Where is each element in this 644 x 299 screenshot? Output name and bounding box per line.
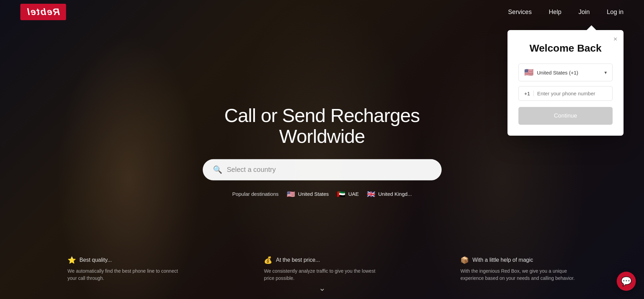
nav-help[interactable]: Help: [549, 9, 561, 16]
search-icon: 🔍: [213, 165, 222, 174]
hero-title: Call or Send Recharges Worldwide: [203, 105, 442, 147]
feature-quality: ⭐ Best quality... We automatically find …: [68, 256, 184, 282]
modal-close-button[interactable]: ×: [613, 36, 617, 42]
phone-input[interactable]: [537, 91, 607, 96]
popular-label: Popular destinations: [232, 191, 278, 197]
magic-icon: 📦: [460, 256, 469, 264]
logo-box: Rebtel: [20, 4, 66, 20]
uae-label: UAE: [348, 191, 359, 197]
popular-destinations-row: Popular destinations 🇺🇸 United States 🇦🇪…: [203, 190, 442, 198]
phone-input-wrap: +1: [518, 86, 613, 101]
us-label: United States: [298, 191, 329, 197]
search-placeholder: Select a country: [227, 166, 431, 174]
logo[interactable]: Rebtel: [20, 4, 66, 20]
modal-arrow: [587, 25, 596, 30]
feature-price: 💰 At the best price... We consistently a…: [264, 256, 380, 282]
feature-quality-desc: We automatically find the best phone lin…: [68, 268, 184, 282]
chat-bubble[interactable]: 💬: [617, 272, 636, 291]
features-section: ⭐ Best quality... We automatically find …: [0, 256, 644, 282]
star-icon: ⭐: [68, 256, 76, 264]
feature-price-title: At the best price...: [276, 257, 320, 263]
feature-magic-title: With a little help of magic: [472, 257, 533, 263]
popular-uk[interactable]: 🇬🇧 United Kingd...: [367, 190, 412, 198]
country-search-bar[interactable]: 🔍 Select a country: [203, 159, 442, 180]
chat-icon: 💬: [621, 276, 632, 287]
logo-text: Rebtel: [27, 6, 60, 17]
hero-content: Call or Send Recharges Worldwide 🔍 Selec…: [203, 105, 442, 198]
continue-button[interactable]: Continue: [518, 107, 613, 125]
nav-services[interactable]: Services: [508, 9, 532, 16]
feature-magic: 📦 With a little help of magic With the i…: [460, 256, 576, 282]
phone-code: +1: [524, 91, 534, 96]
nav-links: Services Help Join Log in: [508, 9, 624, 16]
nav-login[interactable]: Log in: [607, 9, 624, 16]
scroll-arrow[interactable]: ⌄: [319, 283, 326, 293]
price-icon: 💰: [264, 256, 272, 264]
uk-flag: 🇬🇧: [367, 190, 375, 198]
uk-label: United Kingd...: [378, 191, 412, 197]
chevron-down-icon: ▾: [604, 70, 607, 75]
country-name: United States (+1): [537, 70, 601, 76]
feature-quality-title: Best quality...: [80, 257, 112, 263]
feature-price-desc: We consistently analyze traffic to give …: [264, 268, 380, 282]
popular-us[interactable]: 🇺🇸 United States: [287, 190, 329, 198]
navbar: Rebtel Services Help Join Log in: [0, 0, 644, 24]
country-select-dropdown[interactable]: 🇺🇸 United States (+1) ▾: [518, 64, 613, 81]
uae-flag: 🇦🇪: [337, 190, 345, 198]
us-flag: 🇺🇸: [287, 190, 295, 198]
welcome-back-modal: × Welcome Back 🇺🇸 United States (+1) ▾ +…: [507, 30, 624, 136]
feature-magic-desc: With the ingenious Red Box, we give you …: [460, 268, 576, 282]
popular-uae[interactable]: 🇦🇪 UAE: [337, 190, 359, 198]
nav-join[interactable]: Join: [578, 9, 590, 16]
country-flag: 🇺🇸: [524, 68, 533, 77]
modal-title: Welcome Back: [518, 42, 613, 54]
hero-section: Rebtel Services Help Join Log in Call or…: [0, 0, 644, 299]
